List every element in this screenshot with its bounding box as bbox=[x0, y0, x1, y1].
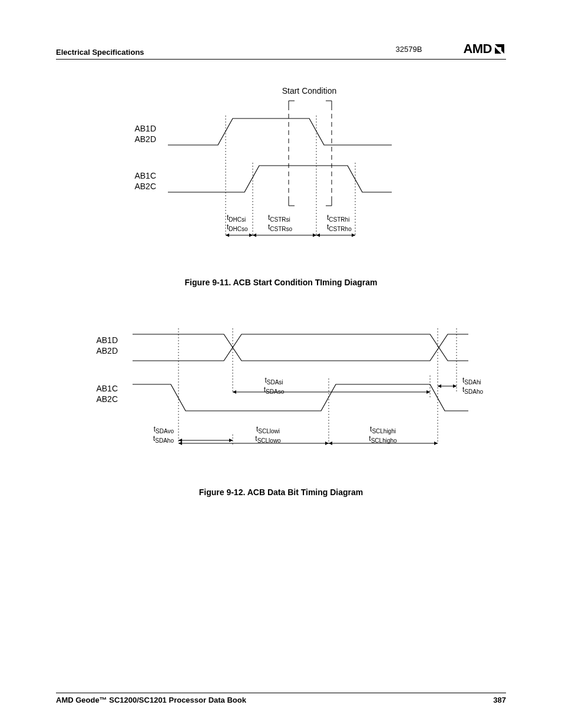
sig-ab2c-2: AB2C bbox=[96, 394, 118, 404]
svg-text:tCSTRhi: tCSTRhi bbox=[327, 213, 349, 223]
figure-9-11-caption: Figure 9-11. ACB Start Condition TIming … bbox=[56, 278, 506, 287]
svg-text:tCSTRso: tCSTRso bbox=[268, 223, 293, 232]
page-header: Electrical Specifications 32579B AMD bbox=[56, 41, 506, 60]
sig-ab2d-2: AB2D bbox=[96, 346, 118, 355]
svg-text:tDHCsi: tDHCsi bbox=[227, 213, 246, 223]
waveform-c-1 bbox=[168, 166, 392, 192]
figure-9-11: Start Condition AB1D AB2D AB1C AB2C bbox=[56, 83, 506, 287]
sig-ab2c-1: AB2C bbox=[134, 182, 156, 191]
sig-ab1d-1: AB1D bbox=[134, 124, 156, 133]
svg-text:tSDAso: tSDAso bbox=[264, 386, 285, 395]
svg-text:tCSTRho: tCSTRho bbox=[327, 223, 352, 232]
svg-text:tCSTRsi: tCSTRsi bbox=[268, 213, 290, 223]
amd-arrow-icon bbox=[493, 42, 506, 55]
waveform-d-1 bbox=[168, 118, 392, 145]
svg-text:tSCLlowi: tSCLlowi bbox=[256, 425, 280, 434]
svg-text:tSCLhigho: tSCLhigho bbox=[369, 434, 397, 444]
svg-text:tSCLlowo: tSCLlowo bbox=[255, 434, 281, 444]
svg-text:tSCLhighi: tSCLhighi bbox=[370, 425, 396, 434]
svg-text:tDHCso: tDHCso bbox=[227, 223, 248, 232]
amd-logo: AMD bbox=[463, 41, 506, 57]
start-condition-title: Start Condition bbox=[282, 86, 337, 95]
svg-text:tSDAho: tSDAho bbox=[462, 386, 483, 395]
figure-9-12-caption: Figure 9-12. ACB Data Bit Timing Diagram bbox=[56, 487, 506, 497]
header-docnum: 32579B bbox=[396, 45, 422, 54]
figure-9-12: AB1D AB2D AB1C AB2C tSDAsi tS bbox=[56, 317, 506, 497]
svg-text:tSDAvo: tSDAvo bbox=[154, 425, 174, 434]
svg-text:tSDAsi: tSDAsi bbox=[265, 376, 283, 386]
sig-ab1c-2: AB1C bbox=[96, 384, 118, 393]
waveform-d-2 bbox=[133, 334, 468, 361]
footer-book: AMD Geode™ SC1200/SC1201 Processor Data … bbox=[56, 696, 246, 704]
sig-ab1d-2: AB1D bbox=[96, 335, 118, 345]
sig-ab1c-1: AB1C bbox=[134, 171, 156, 180]
footer-page: 387 bbox=[493, 696, 506, 704]
page-footer: AMD Geode™ SC1200/SC1201 Processor Data … bbox=[56, 693, 506, 704]
svg-text:tSDAho: tSDAho bbox=[153, 434, 174, 444]
sig-ab2d-1: AB2D bbox=[134, 134, 156, 144]
svg-text:tSDAhi: tSDAhi bbox=[462, 376, 481, 386]
waveform-c-2 bbox=[133, 384, 468, 411]
header-section: Electrical Specifications bbox=[56, 48, 144, 57]
